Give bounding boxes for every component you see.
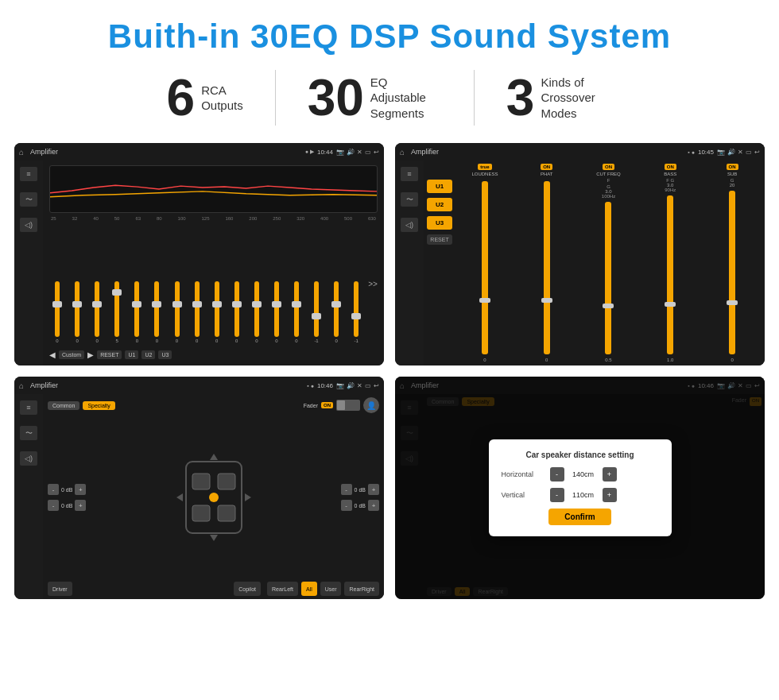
eq-slider-6[interactable]: 0 xyxy=(149,281,165,343)
eq-reset-btn[interactable]: RESET xyxy=(97,350,122,359)
loudness-slider[interactable] xyxy=(482,181,488,354)
dialog-horizontal-minus[interactable]: - xyxy=(550,467,564,481)
crossover-sidebar-speaker-icon[interactable]: ◁) xyxy=(401,218,418,232)
sub-slider[interactable] xyxy=(729,191,735,354)
fader-close-icon[interactable]: ✕ xyxy=(357,382,362,389)
fader-minus-4[interactable]: - xyxy=(341,500,352,511)
eq-dot-icon: ● ▶ xyxy=(305,149,314,155)
eq-slider-16[interactable]: -1 xyxy=(348,281,364,343)
fader-minus-3[interactable]: - xyxy=(341,484,352,495)
eq-slider-10[interactable]: 0 xyxy=(229,281,245,343)
eq-slider-3[interactable]: 0 xyxy=(89,281,105,343)
fader-specialty-tab[interactable]: Specialty xyxy=(83,401,114,410)
stat-crossover-text: Kinds ofCrossover Modes xyxy=(541,75,612,122)
eq-slider-4[interactable]: 5 xyxy=(109,281,125,343)
eq-more-icon[interactable]: >> xyxy=(368,280,378,288)
fader-sidebar-wave-icon[interactable]: 〜 xyxy=(20,426,37,440)
eq-sidebar-eq-icon[interactable]: ≡ xyxy=(20,167,37,181)
fader-user-btn[interactable]: User xyxy=(320,582,342,596)
eq-window-icon: ▭ xyxy=(365,149,371,156)
eq-slider-12[interactable]: 0 xyxy=(269,281,285,343)
fader-on-badge[interactable]: ON xyxy=(321,402,333,408)
crossover-back-icon[interactable]: ↩ xyxy=(754,149,760,156)
eq-slider-11[interactable]: 0 xyxy=(249,281,265,343)
stat-eq-number: 30 xyxy=(308,72,364,123)
eq-title: Amplifier xyxy=(30,148,302,156)
phat-slider[interactable] xyxy=(544,181,550,354)
phat-on-badge[interactable]: ON xyxy=(541,164,552,170)
confirm-button[interactable]: Confirm xyxy=(548,509,610,525)
fader-slider-mini[interactable] xyxy=(336,400,360,411)
u2-btn[interactable]: U2 xyxy=(427,198,452,211)
dialog-horizontal-plus[interactable]: + xyxy=(603,467,617,481)
fader-db-value-1: 0 dB xyxy=(61,487,72,493)
fader-copilot-btn[interactable]: Copilot xyxy=(234,582,261,596)
reset-cross-btn[interactable]: RESET xyxy=(427,234,452,245)
eq-close-icon[interactable]: ✕ xyxy=(357,149,362,156)
fader-driver-btn[interactable]: Driver xyxy=(48,582,72,596)
eq-back-icon[interactable]: ↩ xyxy=(374,149,379,156)
eq-slider-7[interactable]: 0 xyxy=(169,281,184,343)
bass-on-badge[interactable]: ON xyxy=(665,164,676,170)
eq-custom-btn[interactable]: Custom xyxy=(59,350,84,359)
eq-slider-5[interactable]: 0 xyxy=(129,281,145,343)
dialog-vertical-label: Vertical xyxy=(502,491,545,499)
eq-prev-btn[interactable]: ◀ xyxy=(49,350,56,359)
svg-rect-3 xyxy=(192,505,210,521)
cutfreq-label: CUT FREQ xyxy=(596,172,621,176)
eq-slider-2[interactable]: 0 xyxy=(69,281,85,343)
fader-plus-4[interactable]: + xyxy=(368,500,379,511)
eq-slider-13[interactable]: 0 xyxy=(289,281,304,343)
fader-home-icon[interactable]: ⌂ xyxy=(19,381,24,390)
u3-btn[interactable]: U3 xyxy=(427,216,452,230)
fader-plus-3[interactable]: + xyxy=(368,484,379,495)
eq-u2-btn[interactable]: U2 xyxy=(141,350,155,359)
eq-u3-btn[interactable]: U3 xyxy=(158,350,172,359)
eq-slider-9[interactable]: 0 xyxy=(209,281,225,343)
fader-plus-2[interactable]: + xyxy=(75,500,86,511)
fader-time: 10:46 xyxy=(317,382,333,389)
eq-slider-15[interactable]: 0 xyxy=(328,281,344,343)
cutfreq-slider[interactable] xyxy=(605,202,611,354)
fader-card-content: ≡ 〜 ◁) Common Specialty Fader ON 👤 xyxy=(14,394,384,599)
crossover-close-icon[interactable]: ✕ xyxy=(738,149,743,156)
eq-card-content: ≡ 〜 ◁) 253240506380100125160200250320400… xyxy=(14,160,384,365)
eq-slider-8[interactable]: 0 xyxy=(189,281,205,343)
eq-next-btn[interactable]: ▶ xyxy=(87,350,94,359)
eq-slider-1[interactable]: 0 xyxy=(49,281,65,343)
crossover-sidebar-eq-icon[interactable]: ≡ xyxy=(401,167,418,181)
fader-plus-1[interactable]: + xyxy=(75,484,86,495)
fader-back-icon[interactable]: ↩ xyxy=(374,382,379,389)
eq-home-icon[interactable]: ⌂ xyxy=(19,148,24,157)
bass-slider[interactable] xyxy=(667,195,673,354)
sub-on-badge[interactable]: ON xyxy=(727,164,738,170)
page-title: Buith-in 30EQ DSP Sound System xyxy=(0,0,779,70)
fader-all-btn[interactable]: All xyxy=(301,582,317,596)
fader-rearleft-btn[interactable]: RearLeft xyxy=(267,582,298,596)
dialog-vertical-plus[interactable]: + xyxy=(603,488,617,502)
crossover-screen-card: ⌂ Amplifier ▪ ● 10:45 📷 🔊 ✕ ▭ ↩ ≡ 〜 ◁) U… xyxy=(395,143,765,365)
fader-window-icon: ▭ xyxy=(365,382,371,389)
fader-sidebar-eq-icon[interactable]: ≡ xyxy=(20,400,37,415)
fader-label: Fader xyxy=(304,403,318,408)
loudness-on-badge[interactable]: true xyxy=(478,164,491,170)
eq-screen-card: ⌂ Amplifier ● ▶ 10:44 📷 🔊 ✕ ▭ ↩ ≡ 〜 ◁) xyxy=(14,143,384,365)
eq-sidebar-wave-icon[interactable]: 〜 xyxy=(20,192,37,207)
eq-u1-btn[interactable]: U1 xyxy=(125,350,138,359)
crossover-home-icon[interactable]: ⌂ xyxy=(400,148,405,157)
eq-slider-14[interactable]: -1 xyxy=(308,281,324,343)
fader-minus-2[interactable]: - xyxy=(48,500,59,511)
fader-sidebar-speaker-icon[interactable]: ◁) xyxy=(20,451,37,466)
cutfreq-on-badge[interactable]: ON xyxy=(603,164,614,170)
fader-rearright-btn[interactable]: RearRight xyxy=(344,582,379,596)
fader-minus-1[interactable]: - xyxy=(48,484,59,495)
eq-volume-icon: 🔊 xyxy=(347,149,355,156)
fader-common-tab[interactable]: Common xyxy=(48,401,79,410)
u1-btn[interactable]: U1 xyxy=(427,180,452,193)
fader-db-value-2: 0 dB xyxy=(61,503,72,509)
fader-main-area: Common Specialty Fader ON 👤 - 0 dB xyxy=(43,394,384,599)
dialog-vertical-minus[interactable]: - xyxy=(550,488,564,502)
crossover-sidebar-wave-icon[interactable]: 〜 xyxy=(401,192,418,207)
eq-sidebar-speaker-icon[interactable]: ◁) xyxy=(20,218,37,232)
eq-camera-icon: 📷 xyxy=(336,149,344,156)
